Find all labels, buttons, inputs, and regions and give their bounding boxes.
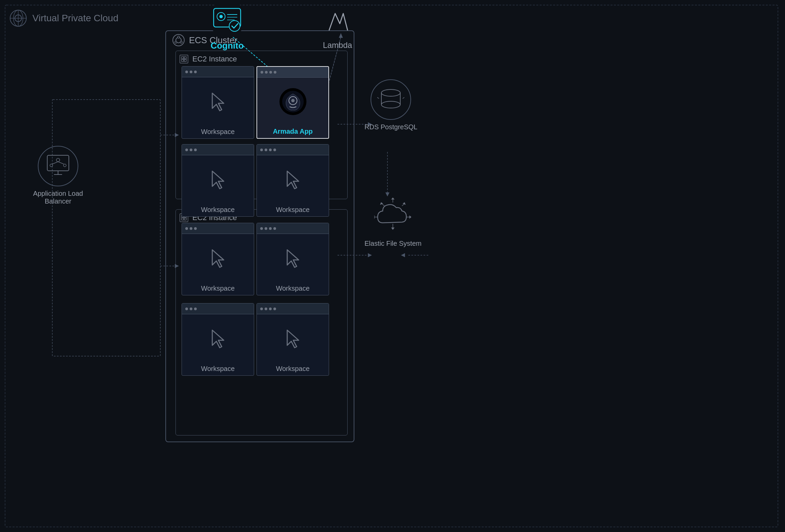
workspace-card-1: Workspace	[182, 66, 254, 139]
armada-dot-2	[265, 71, 268, 74]
svg-marker-47	[212, 330, 224, 348]
svg-point-75	[56, 158, 60, 162]
armada-app-card[interactable]: Armada App	[256, 66, 329, 139]
cursor-icon-8	[281, 327, 305, 350]
dot-2	[190, 71, 193, 73]
svg-line-78	[52, 162, 58, 164]
dot-10	[260, 149, 263, 151]
svg-point-26	[178, 36, 180, 38]
svg-rect-29	[180, 55, 188, 63]
svg-rect-37	[182, 218, 184, 220]
armada-logo	[279, 88, 306, 115]
dot-16	[194, 227, 197, 230]
alb-svg-icon	[45, 153, 72, 180]
alb-label: Application Load Balancer	[28, 190, 88, 205]
svg-point-27	[180, 41, 182, 43]
dot-15	[190, 227, 193, 230]
dot-3	[194, 71, 197, 73]
dot-14	[185, 227, 188, 230]
svg-line-60	[377, 96, 379, 99]
armada-dot-3	[269, 71, 272, 74]
cognito-node: Cognito	[208, 0, 246, 51]
workspace-card-6: Workspace	[256, 223, 329, 295]
workspace-card-3: Workspace	[182, 144, 254, 217]
svg-point-56	[381, 90, 400, 96]
cursor-icon-5	[206, 247, 230, 270]
ec2-text-top: EC2 Instance	[193, 55, 237, 64]
svg-rect-32	[182, 59, 184, 61]
dots-row-6	[260, 227, 276, 230]
svg-point-76	[50, 164, 53, 167]
svg-marker-13	[401, 253, 405, 257]
card-header-7	[182, 303, 254, 314]
card-body-1	[182, 77, 254, 126]
cursor-icon-7	[206, 327, 230, 350]
svg-marker-44	[287, 171, 299, 189]
card-body-4	[257, 155, 329, 204]
rds-node: RDS PostgreSQL	[364, 79, 417, 131]
card-body-7	[182, 314, 254, 363]
svg-rect-33	[184, 59, 186, 61]
armada-dot-1	[260, 71, 263, 74]
vpc-text: Virtual Private Cloud	[32, 13, 119, 24]
svg-marker-39	[212, 93, 224, 111]
card-body-6	[257, 234, 329, 282]
lambda-icon-wrapper	[321, 3, 354, 37]
workspace-card-7: Workspace	[182, 303, 254, 376]
workspace-label-1: Workspace	[182, 126, 254, 138]
workspace-card-5: Workspace	[182, 223, 254, 295]
diagram-container: Virtual Private Cloud ECS Cluster EC2 In…	[0, 0, 785, 532]
svg-point-55	[229, 21, 240, 31]
dot-9	[194, 149, 197, 151]
efs-icon-wrapper	[371, 196, 415, 236]
dots-row-4	[260, 149, 276, 151]
card-body-3	[182, 155, 254, 204]
dot-23	[194, 307, 197, 310]
svg-rect-1	[52, 100, 160, 356]
card-header-4	[257, 145, 329, 155]
dot-1	[185, 71, 188, 73]
armada-dots-row	[260, 71, 276, 74]
armada-svg-icon	[281, 90, 305, 113]
cursor-icon-4	[281, 168, 305, 192]
svg-point-42	[291, 99, 295, 102]
efs-svg-icon	[374, 198, 411, 235]
svg-marker-46	[287, 250, 299, 267]
card-header-3	[182, 145, 254, 155]
dot-12	[269, 149, 272, 151]
svg-marker-48	[287, 330, 299, 348]
armada-card-header	[257, 67, 328, 78]
dots-row-8	[260, 307, 276, 310]
dot-20	[273, 227, 276, 230]
svg-point-77	[64, 164, 66, 167]
ec2-icon-top	[179, 54, 189, 64]
ecs-icon	[172, 34, 185, 47]
cognito-svg-icon	[210, 2, 244, 35]
dot-17	[260, 227, 263, 230]
svg-marker-67	[403, 202, 406, 205]
workspace-label-6: Workspace	[257, 282, 329, 295]
card-body-8	[257, 314, 329, 363]
armada-dot-4	[274, 71, 276, 74]
rds-label: RDS PostgreSQL	[364, 123, 417, 131]
dot-13	[273, 149, 276, 151]
lambda-svg-icon	[322, 5, 353, 35]
cursor-icon-6	[281, 247, 305, 270]
dot-22	[190, 307, 193, 310]
svg-line-79	[58, 162, 64, 164]
lambda-node: Lambda	[321, 3, 354, 50]
svg-rect-30	[182, 57, 184, 59]
card-header-8	[257, 303, 329, 314]
workspace-label-8: Workspace	[257, 363, 329, 375]
rds-icon-wrapper	[371, 79, 411, 120]
cursor-icon-3	[206, 168, 230, 192]
card-header-6	[257, 223, 329, 234]
dot-27	[273, 307, 276, 310]
efs-label: Elastic File System	[364, 240, 422, 248]
vpc-label: Virtual Private Cloud	[9, 9, 119, 27]
dot-24	[260, 307, 263, 310]
dot-19	[269, 227, 272, 230]
dot-25	[264, 307, 267, 310]
dots-row-3	[185, 149, 197, 151]
workspace-card-4: Workspace	[256, 144, 329, 217]
